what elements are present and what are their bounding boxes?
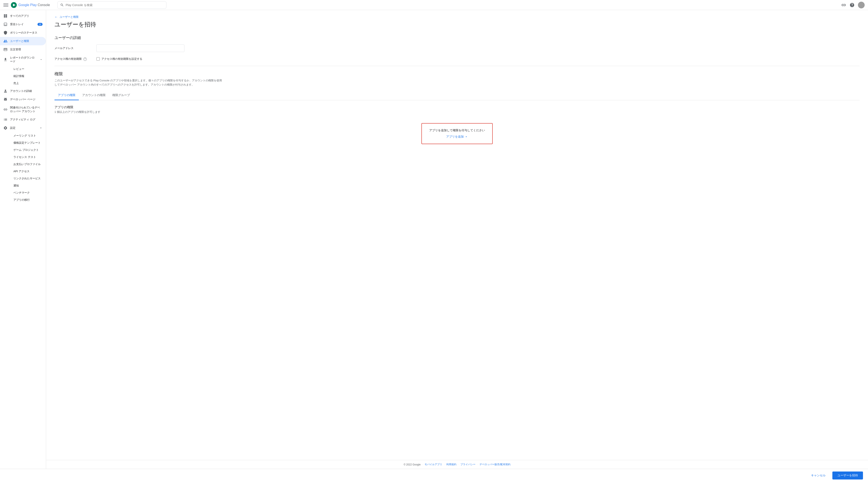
sidebar-item-linked-devs[interactable]: 関連付けられているデベロッパー アカウント (0, 104, 46, 115)
sidebar-item-reviews[interactable]: レビュー (10, 65, 46, 73)
sidebar-item-policy-status[interactable]: ポリシーのステータス (0, 29, 46, 37)
app-perms-sub: 1 個以上のアプリの権限を許可します (55, 110, 860, 114)
tab-permission-groups[interactable]: 権限グループ (109, 91, 133, 100)
dropdown-arrow-icon (465, 135, 468, 138)
sidebar-item-statistics[interactable]: 統計情報 (10, 73, 46, 80)
sidebar-item-linked-services-label: リンクされたサービス (13, 177, 41, 180)
footer-link-mobile-app[interactable]: モバイルアプリ (425, 463, 442, 466)
sidebar-item-order-management-label: 注文管理 (10, 48, 21, 51)
topbar-actions (841, 2, 865, 8)
sidebar-item-activity-log-label: アクティビティ ログ (10, 118, 35, 121)
grid-icon (3, 14, 7, 18)
tab-app-permissions[interactable]: アプリの権限 (55, 91, 79, 100)
sidebar-item-sales[interactable]: 売上 (10, 80, 46, 87)
footer-link-privacy[interactable]: プライバシー (460, 463, 475, 466)
help-icon[interactable] (849, 2, 855, 7)
sidebar-item-account-details[interactable]: アカウントの詳細 (0, 87, 46, 95)
user-details-heading: ユーザーの詳細 (55, 35, 860, 40)
sidebar-item-pricing-template-label: 価格設定テンプレート (13, 141, 41, 145)
sidebar-item-app-migration-label: アプリの移行 (13, 198, 30, 202)
main-content: ← ユーザーと権限 ユーザーを招待 ユーザーの詳細 メールアドレス アクセス権の… (46, 10, 868, 469)
sidebar-item-game-project[interactable]: ゲーム プロジェクト (10, 146, 46, 153)
sidebar-item-download-reports[interactable]: レポートのダウンロード (0, 54, 46, 65)
tab-account-permissions[interactable]: アカウントの権限 (79, 91, 109, 100)
sidebar-item-developer-page[interactable]: デベロッパー ページ (0, 95, 46, 104)
person-icon (3, 89, 7, 93)
app-perms-heading: アプリの権限 (55, 105, 860, 109)
permissions-description: このユーザーがアクセスできる Play Console のアプリや領域を選択しま… (55, 79, 222, 87)
sidebar-sub-settings: メーリング リスト 価格設定テンプレート ゲーム プロジェクト ライセンス テス… (0, 132, 46, 203)
sidebar-item-benchmark-label: ベンチマーク (13, 191, 30, 195)
avatar[interactable] (858, 2, 865, 8)
app-permissions-content: アプリの権限 1 個以上のアプリの権限を許可します アプリを追加して権限を付与し… (55, 105, 860, 148)
back-arrow-icon: ← (55, 15, 58, 19)
inbox-icon (3, 22, 7, 26)
email-field-wrapper (96, 45, 184, 52)
sidebar: すべてのアプリ 受信トレイ 16 ポリシーのステータス ユーザーと権限 注文管理… (0, 10, 46, 469)
sidebar-item-mailing-list[interactable]: メーリング リスト (10, 132, 46, 139)
add-app-box: アプリを追加して権限を付与してください アプリを追加 (422, 123, 493, 144)
layout: すべてのアプリ 受信トレイ 16 ポリシーのステータス ユーザーと権限 注文管理… (0, 10, 868, 469)
sidebar-item-download-reports-label: レポートのダウンロード (10, 56, 37, 63)
add-app-link[interactable]: アプリを追加 (446, 135, 468, 139)
info-icon[interactable]: ? (84, 57, 87, 61)
sidebar-item-api-access-label: API アクセス (13, 169, 30, 173)
list-icon (3, 117, 7, 122)
page-title: ユーザーを招待 (55, 21, 860, 29)
logo-text: Google Play Console (19, 3, 50, 7)
sidebar-item-users-permissions[interactable]: ユーザーと権限 (0, 37, 46, 45)
footer-link-terms[interactable]: 利用規約 (446, 463, 457, 466)
sidebar-item-benchmark[interactable]: ベンチマーク (10, 189, 46, 196)
sidebar-item-notifications[interactable]: 通知 (10, 182, 46, 189)
bottom-action-bar: キャンセル ユーザーを招待 (0, 469, 868, 482)
sidebar-sub-reports: レビュー 統計情報 売上 (0, 65, 46, 87)
sidebar-item-activity-log[interactable]: アクティビティ ログ (0, 115, 46, 124)
download-icon (3, 57, 7, 62)
sidebar-item-inbox-label: 受信トレイ (10, 23, 24, 26)
sidebar-item-mailing-list-label: メーリング リスト (13, 134, 36, 138)
permissions-tabs: アプリの権限 アカウントの権限 権限グループ (55, 91, 860, 100)
sidebar-item-pricing-template[interactable]: 価格設定テンプレート (10, 139, 46, 146)
invite-button[interactable]: ユーザーを招待 (832, 472, 863, 480)
breadcrumb[interactable]: ← ユーザーと権限 (55, 15, 860, 19)
search-input[interactable] (66, 3, 164, 7)
access-expiry-label: アクセス権の有効期限 ? (55, 57, 96, 61)
access-expiry-form-row: アクセス権の有効期限 ? アクセス権の有効期限を設定する (55, 57, 860, 61)
email-input[interactable] (96, 45, 184, 52)
sidebar-item-linked-services[interactable]: リンクされたサービス (10, 175, 46, 182)
menu-icon[interactable] (3, 2, 8, 7)
search-bar (57, 1, 166, 9)
sidebar-item-all-apps[interactable]: すべてのアプリ (0, 12, 46, 20)
play-logo-icon (11, 2, 17, 8)
sidebar-item-account-details-label: アカウントの詳細 (10, 89, 32, 93)
chevron-down-icon (40, 58, 42, 61)
inbox-badge: 16 (37, 23, 42, 26)
access-expiry-checkbox-label[interactable]: アクセス権の有効期限を設定する (101, 57, 142, 61)
link-icon[interactable] (841, 2, 846, 7)
access-expiry-checkbox[interactable] (96, 57, 100, 61)
sidebar-item-app-migration[interactable]: アプリの移行 (10, 196, 46, 203)
footer-link-dev-distribution[interactable]: デベロッパー販売/配布契約 (479, 463, 510, 466)
permissions-heading: 権限 (55, 71, 860, 77)
topbar: Google Play Console (0, 0, 868, 10)
add-app-center: アプリを追加して権限を付与してください アプリを追加 (55, 119, 860, 148)
cancel-button[interactable]: キャンセル (808, 472, 829, 479)
sidebar-item-statistics-label: 統計情報 (13, 74, 24, 78)
sidebar-item-license-test[interactable]: ライセンス テスト (10, 153, 46, 161)
access-expiry-field-wrapper: アクセス権の有効期限を設定する (96, 57, 184, 61)
breadcrumb-label: ユーザーと権限 (60, 15, 79, 19)
sidebar-item-license-test-label: ライセンス テスト (13, 155, 36, 159)
access-expiry-checkbox-row: アクセス権の有効期限を設定する (96, 57, 184, 61)
sidebar-item-order-management[interactable]: 注文管理 (0, 45, 46, 54)
sidebar-item-settings[interactable]: 設定 (0, 124, 46, 132)
sidebar-item-payment-profile[interactable]: お支払いプロファイル (10, 161, 46, 168)
sidebar-item-inbox[interactable]: 受信トレイ 16 (0, 20, 46, 29)
sidebar-item-users-permissions-label: ユーザーと権限 (10, 39, 29, 43)
sidebar-item-payment-profile-label: お支払いプロファイル (13, 162, 41, 166)
sidebar-item-reviews-label: レビュー (13, 67, 24, 71)
logo: Google Play Console (11, 2, 50, 8)
sidebar-item-game-project-label: ゲーム プロジェクト (13, 148, 39, 152)
search-icon (60, 3, 64, 7)
sidebar-item-api-access[interactable]: API アクセス (10, 168, 46, 175)
sidebar-item-all-apps-label: すべてのアプリ (10, 14, 29, 18)
